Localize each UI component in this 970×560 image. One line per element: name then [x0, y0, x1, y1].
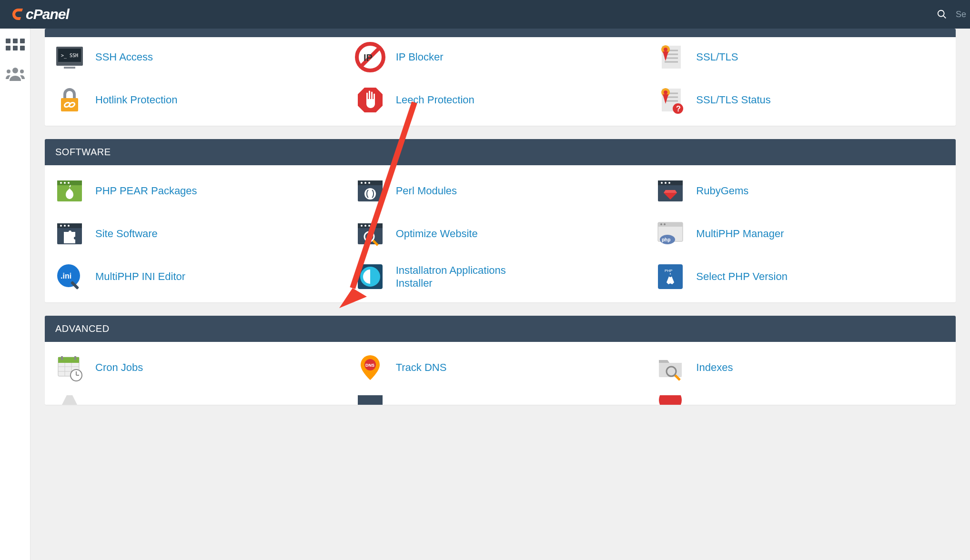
svg-text:IP: IP	[364, 52, 373, 63]
svg-point-46	[364, 182, 366, 184]
svg-point-39	[60, 182, 62, 184]
ini-editor-icon: .ini	[54, 261, 85, 292]
hotlink-protection-tile[interactable]: Hotlink Protection	[54, 85, 345, 115]
svg-point-47	[368, 182, 370, 184]
svg-rect-101	[358, 395, 383, 405]
folder-search-icon	[655, 352, 686, 383]
tile-label: Optimize Website	[396, 227, 478, 240]
perl-modules-tile[interactable]: Perl Modules	[355, 176, 646, 206]
multiphp-ini-editor-tile[interactable]: .ini MultiPHP INI Editor	[54, 261, 345, 292]
svg-point-48	[364, 188, 376, 200]
svg-point-60	[68, 225, 70, 227]
stop-hand-icon	[355, 85, 385, 115]
search-icon[interactable]	[937, 9, 947, 20]
svg-point-41	[68, 182, 70, 184]
site-software-tile[interactable]: Site Software	[54, 219, 345, 249]
svg-point-65	[368, 225, 370, 227]
main-content: >_ SSH SSH Access IP IP Blocker SSL/TLS	[30, 29, 970, 419]
tile-label: Indexes	[696, 361, 733, 374]
clipped-icon	[655, 395, 686, 405]
cron-jobs-tile[interactable]: Cron Jobs	[54, 352, 345, 383]
tile-label: Cron Jobs	[95, 361, 143, 374]
pear-icon	[54, 176, 85, 206]
svg-rect-88	[74, 356, 76, 360]
clipped-tile-3[interactable]	[655, 395, 946, 405]
software-header[interactable]: SOFTWARE	[45, 139, 956, 165]
certificate-icon	[655, 42, 686, 72]
perl-icon	[355, 176, 385, 206]
svg-point-67	[367, 234, 372, 239]
tile-label: SSL/TLS	[696, 50, 738, 64]
tile-label: MultiPHP INI Editor	[95, 270, 185, 283]
svg-text:DNS: DNS	[365, 363, 374, 368]
calendar-clock-icon	[54, 352, 85, 383]
php-pear-packages-tile[interactable]: PHP PEAR Packages	[54, 176, 345, 206]
svg-point-23	[664, 48, 667, 51]
select-php-version-tile[interactable]: PHP Select PHP Version	[655, 261, 946, 292]
rubygems-tile[interactable]: RubyGems	[655, 176, 946, 206]
search-input[interactable]	[956, 10, 970, 20]
svg-marker-100	[59, 395, 80, 405]
cpanel-logo[interactable]: cPanel	[10, 6, 69, 22]
certificate-question-icon: ?	[655, 85, 686, 115]
tile-label: Perl Modules	[396, 184, 457, 198]
tile-label: MultiPHP Manager	[696, 227, 784, 240]
tile-label: Select PHP Version	[696, 270, 788, 283]
clipped-tile-2[interactable]	[355, 395, 646, 405]
ip-blocker-tile[interactable]: IP IP Blocker	[355, 42, 646, 72]
ruby-icon	[655, 176, 686, 206]
tile-label: RubyGems	[696, 184, 748, 198]
top-header: cPanel	[0, 0, 970, 29]
optimize-icon	[355, 219, 385, 249]
puzzle-icon	[54, 219, 85, 249]
svg-point-53	[668, 182, 670, 184]
clipped-icon	[355, 395, 385, 405]
svg-rect-12	[64, 67, 75, 69]
svg-rect-87	[61, 356, 63, 360]
tile-label: Leech Protection	[396, 93, 475, 107]
svg-text:php: php	[662, 237, 670, 242]
ssl-tls-tile[interactable]: SSL/TLS	[655, 42, 946, 72]
svg-point-84	[669, 274, 672, 277]
installatron-icon	[355, 261, 385, 292]
svg-point-64	[364, 225, 366, 227]
security-section: >_ SSH SSH Access IP IP Blocker SSL/TLS	[45, 29, 956, 126]
svg-point-72	[664, 223, 666, 225]
tile-label: Track DNS	[396, 361, 447, 374]
tile-label: Hotlink Protection	[95, 93, 177, 107]
header-search[interactable]	[937, 9, 970, 20]
tile-label: PHP PEAR Packages	[95, 184, 197, 198]
svg-point-34	[664, 90, 667, 94]
ssl-tls-status-tile[interactable]: ? SSL/TLS Status	[655, 85, 946, 115]
svg-point-71	[660, 223, 662, 225]
svg-point-40	[64, 182, 66, 184]
indexes-tile[interactable]: Indexes	[655, 352, 946, 383]
ssh-access-tile[interactable]: >_ SSH SSH Access	[54, 42, 345, 72]
lock-link-icon	[54, 85, 85, 115]
installatron-app-installer-tile[interactable]: Installatron Applications Installer	[355, 261, 646, 292]
brand-text: cPanel	[26, 6, 69, 22]
optimize-website-tile[interactable]: Optimize Website	[355, 219, 646, 249]
track-dns-tile[interactable]: DNS Track DNS	[355, 352, 646, 383]
clipped-tile-1[interactable]	[54, 395, 345, 405]
svg-point-63	[361, 225, 363, 227]
svg-marker-78	[78, 282, 82, 286]
tile-label: IP Blocker	[396, 50, 444, 64]
svg-point-59	[64, 225, 66, 227]
tile-label: Site Software	[95, 227, 158, 240]
svg-point-45	[361, 182, 363, 184]
clipped-icon	[54, 395, 85, 405]
tile-label: Installatron Applications Installer	[396, 264, 510, 290]
svg-text:>_ SSH: >_ SSH	[61, 53, 78, 59]
svg-text:PHP: PHP	[665, 269, 672, 273]
dns-pin-icon: DNS	[355, 352, 385, 383]
software-section: SOFTWARE PHP PEAR Packages Perl Modules …	[45, 139, 956, 302]
multiphp-manager-tile[interactable]: php MultiPHP Manager	[655, 219, 946, 249]
advanced-section: ADVANCED Cron Jobs DNS Track DNS Indexes	[45, 316, 956, 405]
security-header[interactable]	[45, 29, 956, 37]
advanced-header[interactable]: ADVANCED	[45, 316, 956, 342]
svg-point-52	[665, 182, 667, 184]
svg-point-102	[659, 395, 682, 405]
svg-point-51	[661, 182, 663, 184]
leech-protection-tile[interactable]: Leech Protection	[355, 85, 646, 115]
